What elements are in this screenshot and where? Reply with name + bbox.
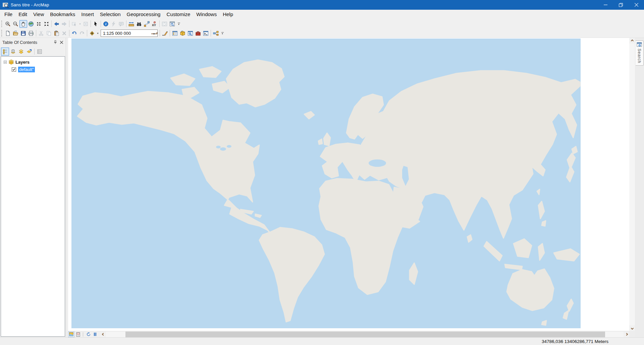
list-by-visibility-button[interactable] xyxy=(17,48,25,56)
select-features-button[interactable] xyxy=(70,20,78,28)
editor-toolbar-button[interactable] xyxy=(161,29,169,37)
layers-root-label[interactable]: Layers xyxy=(15,60,30,65)
measure-button[interactable] xyxy=(127,20,135,28)
layout-view-button[interactable] xyxy=(75,332,81,337)
data-view-button[interactable] xyxy=(68,332,74,337)
hyperlink-lightning-icon xyxy=(111,21,116,27)
toc-root-row[interactable]: Layers xyxy=(3,59,65,65)
toolbar-separator xyxy=(36,30,36,37)
pause-drawing-button[interactable] xyxy=(92,332,98,337)
vertical-scrollbar[interactable] xyxy=(629,38,635,337)
toolbar-separator xyxy=(87,30,87,37)
menu-help[interactable]: Help xyxy=(220,10,236,18)
world-map-image[interactable] xyxy=(71,39,581,328)
find-button[interactable] xyxy=(135,20,143,28)
search-window-icon xyxy=(187,30,193,36)
menu-file[interactable]: File xyxy=(1,10,15,18)
go-back-extent-button[interactable] xyxy=(53,20,60,28)
go-to-xy-button[interactable]: XY xyxy=(151,20,158,28)
full-extent-button[interactable] xyxy=(27,20,35,28)
menu-edit[interactable]: Edit xyxy=(15,10,30,18)
add-data-dropdown[interactable]: ▾ xyxy=(96,32,100,35)
close-icon xyxy=(635,3,638,7)
delete-button[interactable] xyxy=(60,29,68,37)
pause-icon xyxy=(94,333,97,336)
layer-visibility-checkbox[interactable] xyxy=(12,67,16,72)
redo-button[interactable] xyxy=(78,29,86,37)
fixed-zoom-in-button[interactable] xyxy=(35,20,43,28)
toc-pin-button[interactable] xyxy=(52,39,58,45)
restore-button[interactable] xyxy=(613,0,629,10)
toc-options-icon xyxy=(37,49,42,54)
list-by-drawing-order-button[interactable] xyxy=(1,48,9,56)
list-by-drawing-order-icon xyxy=(2,49,8,54)
create-viewer-window-button[interactable] xyxy=(168,20,176,28)
open-button[interactable] xyxy=(12,29,19,37)
map-scale-combobox[interactable]: 1:125 000 000 ▾ xyxy=(101,29,158,37)
refresh-view-button[interactable] xyxy=(85,332,92,337)
catalog-window-button[interactable] xyxy=(179,29,186,37)
scroll-up-button[interactable] xyxy=(629,38,635,44)
map-canvas[interactable] xyxy=(68,38,629,331)
zoom-out-button[interactable] xyxy=(12,20,19,28)
find-route-button[interactable] xyxy=(143,20,151,28)
zoom-in-button[interactable] xyxy=(4,20,12,28)
cut-button[interactable] xyxy=(37,29,45,37)
time-slider-clock-icon xyxy=(162,21,167,27)
menu-insert[interactable]: Insert xyxy=(78,10,97,18)
horizontal-scroll-thumb[interactable] xyxy=(125,332,605,337)
layer-row[interactable]: default" xyxy=(12,66,65,73)
table-of-contents-window-button[interactable] xyxy=(171,29,179,37)
scroll-left-button[interactable] xyxy=(100,332,106,337)
fixed-zoom-out-button[interactable] xyxy=(43,20,50,28)
list-by-selection-button[interactable] xyxy=(25,48,33,56)
hyperlink-button[interactable] xyxy=(110,20,117,28)
minimize-icon xyxy=(604,3,607,7)
select-features-dropdown[interactable]: ▾ xyxy=(78,22,82,25)
python-window-button[interactable] xyxy=(202,29,210,37)
toc-close-button[interactable] xyxy=(58,39,64,45)
horizontal-scrollbar[interactable] xyxy=(100,332,629,337)
save-button[interactable] xyxy=(19,29,27,37)
menu-view[interactable]: View xyxy=(30,10,47,18)
identify-button[interactable]: i xyxy=(102,20,110,28)
toolbar-grip[interactable] xyxy=(1,20,3,27)
layer-name-selected[interactable]: default" xyxy=(18,67,35,72)
copy-button[interactable] xyxy=(45,29,53,37)
vertical-scroll-track[interactable] xyxy=(629,44,635,325)
menu-selection[interactable]: Selection xyxy=(97,10,124,18)
minimize-button[interactable] xyxy=(598,0,613,10)
pan-button[interactable] xyxy=(19,20,27,28)
menu-bookmarks[interactable]: Bookmarks xyxy=(47,10,78,18)
toc-options-button[interactable] xyxy=(36,48,44,56)
undo-button[interactable] xyxy=(70,29,78,37)
toolbar-overflow-button[interactable]: ▾ xyxy=(176,20,181,28)
go-forward-extent-button[interactable] xyxy=(60,20,68,28)
arctoolbox-window-button[interactable] xyxy=(194,29,202,37)
add-data-button[interactable] xyxy=(88,29,96,37)
clear-selected-features-button[interactable] xyxy=(82,20,90,28)
search-window-button[interactable] xyxy=(186,29,194,37)
collapse-expander-icon[interactable] xyxy=(4,61,7,64)
html-popup-button[interactable] xyxy=(117,20,125,28)
select-elements-button[interactable] xyxy=(92,20,100,28)
menu-windows[interactable]: Windows xyxy=(193,10,220,18)
toolbar-grip[interactable] xyxy=(1,30,3,37)
menu-geoprocessing[interactable]: Geoprocessing xyxy=(124,10,164,18)
horizontal-scroll-track[interactable] xyxy=(106,332,624,337)
time-slider-button[interactable] xyxy=(161,20,168,28)
scroll-down-button[interactable] xyxy=(629,325,635,331)
chevron-left-icon xyxy=(102,333,104,336)
close-button[interactable] xyxy=(629,0,644,10)
list-by-source-button[interactable] xyxy=(9,48,17,56)
modelbuilder-button[interactable] xyxy=(212,29,220,37)
new-map-button[interactable] xyxy=(4,29,12,37)
scroll-right-button[interactable] xyxy=(624,332,629,337)
print-button[interactable] xyxy=(27,29,35,37)
cursor-coordinates: 34786,036 13406286,771 Meters xyxy=(542,339,644,344)
paste-button[interactable] xyxy=(53,29,60,37)
menu-customize[interactable]: Customize xyxy=(163,10,193,18)
toolbar-overflow-button[interactable]: ▾ xyxy=(220,29,225,37)
search-panel-tab[interactable]: Search xyxy=(636,41,644,66)
scale-dropdown-chevron-icon[interactable]: ▾ xyxy=(151,32,157,34)
